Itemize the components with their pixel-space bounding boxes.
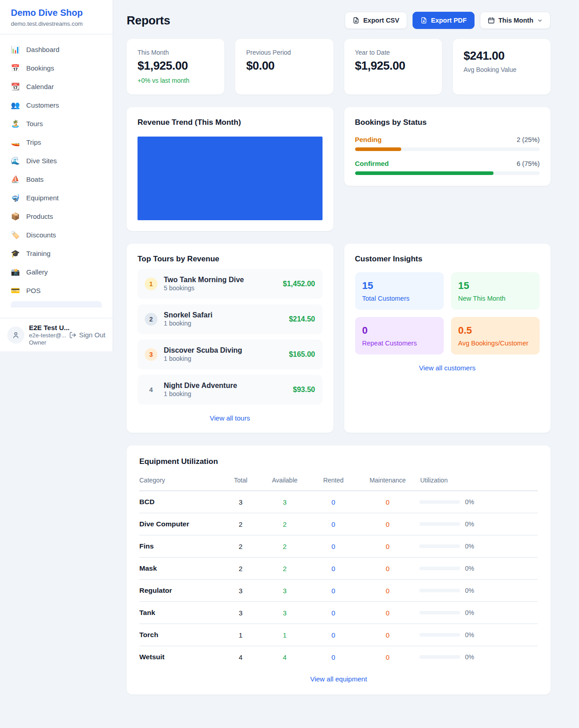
status-label: Pending bbox=[355, 136, 382, 143]
sidebar-item-customers[interactable]: 👥Customers bbox=[5, 96, 107, 114]
cell-available: 3 bbox=[259, 602, 311, 624]
camera-icon: 📸 bbox=[11, 269, 20, 276]
sidebar-item-pos[interactable]: 💳POS bbox=[5, 282, 107, 299]
sidebar-item-reports-partial[interactable] bbox=[11, 301, 102, 307]
status-row-confirmed: Confirmed 6 (75%) bbox=[355, 160, 540, 175]
sidebar-item-discounts[interactable]: 🏷️Discounts bbox=[5, 226, 107, 244]
sidebar-item-label: Trips bbox=[26, 138, 41, 146]
sidebar-item-dashboard[interactable]: 📊Dashboard bbox=[5, 41, 107, 58]
stat-label: This Month bbox=[138, 49, 214, 56]
person-icon bbox=[12, 331, 20, 339]
stat-card-previous-period: Previous Period $0.00 bbox=[235, 39, 333, 95]
sidebar-item-products[interactable]: 📦Products bbox=[5, 208, 107, 225]
stat-label: Avg Booking Value bbox=[464, 66, 540, 73]
sidebar-item-boats[interactable]: ⛵Boats bbox=[5, 170, 107, 188]
equipment-table: Category Total Available Rented Maintena… bbox=[139, 472, 538, 668]
cell-rented: 0 bbox=[311, 558, 356, 580]
export-pdf-button[interactable]: Export PDF bbox=[413, 12, 475, 29]
cell-category: Tank bbox=[139, 602, 223, 624]
table-row: Torch 1 1 0 0 0% bbox=[139, 624, 538, 646]
tour-revenue: $214.50 bbox=[289, 315, 315, 323]
view-all-tours-link[interactable]: View all tours bbox=[138, 414, 323, 422]
tour-revenue: $1,452.00 bbox=[283, 280, 315, 288]
cell-category: Torch bbox=[139, 624, 223, 646]
view-all-customers-link[interactable]: View all customers bbox=[355, 364, 540, 372]
sidebar-item-label: Bookings bbox=[26, 64, 54, 72]
status-label: Confirmed bbox=[355, 160, 389, 167]
export-csv-button[interactable]: Export CSV bbox=[345, 12, 407, 29]
bar-chart-icon: 📊 bbox=[11, 46, 20, 53]
view-all-equipment-link[interactable]: View all equipment bbox=[139, 675, 538, 683]
tour-bookings: 5 bookings bbox=[164, 284, 195, 292]
customer-insights-card: Customer Insights 15 Total Customers 15 … bbox=[344, 244, 551, 433]
status-count: 2 (25%) bbox=[517, 136, 540, 143]
column-header-category: Category bbox=[139, 472, 223, 491]
bookings-by-status-card: Bookings by Status Pending 2 (25%) Confi… bbox=[344, 107, 551, 186]
cell-total: 2 bbox=[223, 558, 259, 580]
utilization-percent: 0% bbox=[465, 587, 474, 594]
calendar-date-icon: 📅 bbox=[11, 65, 20, 72]
sailboat-icon: ⛵ bbox=[11, 176, 20, 183]
shop-domain: demo.test.divestreams.com bbox=[11, 20, 102, 27]
tour-name: Snorkel Safari bbox=[164, 311, 213, 319]
sidebar-item-calendar[interactable]: 📆Calendar bbox=[5, 78, 107, 95]
cell-available: 2 bbox=[259, 513, 311, 535]
table-row: BCD 3 3 0 0 0% bbox=[139, 491, 538, 513]
customer-insights-title: Customer Insights bbox=[355, 255, 540, 264]
cell-total: 2 bbox=[223, 535, 259, 558]
stat-value: $0.00 bbox=[246, 59, 322, 73]
sidebar-item-dive-sites[interactable]: 🌊Dive Sites bbox=[5, 152, 107, 170]
status-row-pending: Pending 2 (25%) bbox=[355, 136, 540, 151]
insight-label: Repeat Customers bbox=[362, 340, 437, 347]
period-dropdown[interactable]: This Month bbox=[480, 12, 551, 29]
graduation-cap-icon: 🎓 bbox=[11, 250, 20, 257]
sidebar-item-tours[interactable]: 🏝️Tours bbox=[5, 115, 107, 132]
cell-utilization: 0% bbox=[419, 602, 538, 624]
user-email: e2e-tester@... bbox=[29, 332, 65, 339]
cell-available: 1 bbox=[259, 624, 311, 646]
tour-name: Two Tank Morning Dive bbox=[164, 276, 244, 284]
progress-track bbox=[355, 171, 540, 175]
cell-maintenance: 0 bbox=[356, 558, 419, 580]
sidebar-item-trips[interactable]: 🚤Trips bbox=[5, 133, 107, 151]
cell-utilization: 0% bbox=[419, 491, 538, 513]
sidebar-item-label: Dive Sites bbox=[26, 157, 57, 165]
sidebar-item-training[interactable]: 🎓Training bbox=[5, 245, 107, 262]
insights-grid: 15 Total Customers 15 New This Month 0 R… bbox=[355, 272, 540, 355]
tour-row: 2 Snorkel Safari1 booking $214.50 bbox=[138, 304, 323, 334]
progress-fill bbox=[355, 147, 401, 151]
diving-mask-icon: 🤿 bbox=[11, 194, 20, 202]
column-header-rented: Rented bbox=[311, 472, 356, 491]
sidebar-item-bookings[interactable]: 📅Bookings bbox=[5, 59, 107, 77]
avatar bbox=[7, 326, 24, 344]
sidebar-item-label: Tours bbox=[26, 120, 43, 128]
cell-utilization: 0% bbox=[419, 513, 538, 535]
stat-card-this-month: This Month $1,925.00 +0% vs last month bbox=[127, 39, 224, 95]
tour-name: Discover Scuba Diving bbox=[164, 346, 242, 354]
cell-total: 1 bbox=[223, 624, 259, 646]
equipment-utilization-card: Equipment Utilization Category Total Ava… bbox=[127, 445, 551, 695]
column-header-maintenance: Maintenance bbox=[356, 472, 419, 491]
cell-utilization: 0% bbox=[419, 580, 538, 602]
sidebar-item-label: Calendar bbox=[26, 83, 54, 90]
cell-rented: 0 bbox=[311, 580, 356, 602]
insight-value: 0.5 bbox=[458, 325, 532, 336]
status-count: 6 (75%) bbox=[517, 160, 540, 167]
tour-revenue: $93.50 bbox=[293, 386, 315, 394]
insight-label: Avg Bookings/Customer bbox=[458, 340, 532, 347]
tour-row: 4 Night Dive Adventure1 booking $93.50 bbox=[138, 375, 323, 405]
stat-cards: This Month $1,925.00 +0% vs last month P… bbox=[127, 39, 551, 95]
period-label: This Month bbox=[498, 17, 533, 24]
cell-rented: 0 bbox=[311, 535, 356, 558]
sidebar-item-gallery[interactable]: 📸Gallery bbox=[5, 263, 107, 281]
file-download-icon bbox=[420, 17, 427, 24]
utilization-track bbox=[419, 500, 460, 504]
sidebar-item-equipment[interactable]: 🤿Equipment bbox=[5, 189, 107, 207]
insight-value: 0 bbox=[362, 325, 437, 336]
bookings-by-status-title: Bookings by Status bbox=[355, 118, 540, 127]
cell-total: 3 bbox=[223, 491, 259, 513]
cell-maintenance: 0 bbox=[356, 491, 419, 513]
wave-icon: 🌊 bbox=[11, 157, 20, 165]
sign-out-button[interactable]: Sign Out bbox=[69, 331, 105, 339]
sidebar: Demo Dive Shop demo.test.divestreams.com… bbox=[0, 0, 113, 351]
